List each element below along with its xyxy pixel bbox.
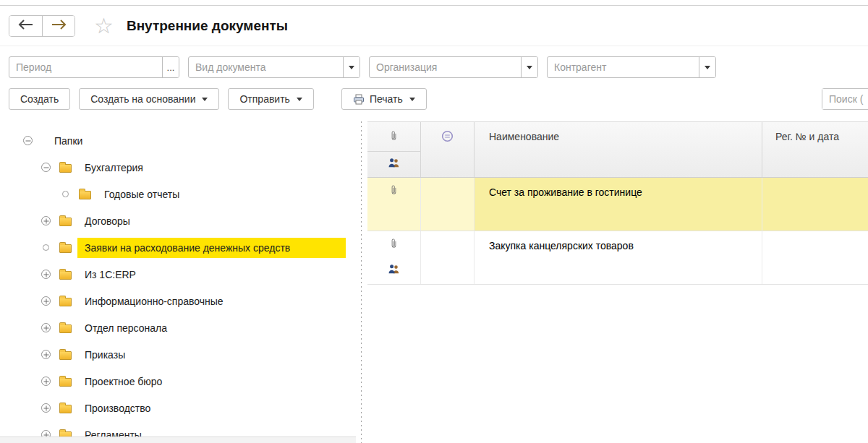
tree-item-label: Бухгалтерия [77, 158, 346, 178]
send-button[interactable]: Отправить [228, 88, 313, 110]
print-label: Печать [370, 93, 403, 105]
chevron-down-icon [349, 66, 354, 69]
folder-icon [79, 191, 91, 199]
create-based-on-button[interactable]: Создать на основании [79, 88, 219, 110]
tree-expander-icon[interactable] [41, 216, 51, 225]
chevron-down-icon [297, 98, 302, 101]
search-input[interactable] [822, 89, 868, 109]
tree-horizontal-scrollbar[interactable] [0, 436, 356, 443]
period-browse-button[interactable]: ... [162, 57, 179, 77]
folder-icon [59, 351, 72, 360]
tree-expander-icon[interactable] [41, 296, 51, 306]
row-name-cell: Счет за проживание в гостинице [475, 178, 762, 231]
tree-item-folder[interactable]: Производство [0, 395, 356, 421]
create-based-on-label: Создать на основании [90, 93, 195, 105]
row-state-cell [421, 231, 475, 284]
tree-item-folder[interactable]: Приказы [0, 341, 356, 368]
folder-icon [59, 378, 72, 387]
column-header-attachment[interactable] [367, 122, 420, 152]
folder-icon [59, 405, 72, 413]
document-type-filter [188, 56, 360, 78]
documents-table: Наименование Рег. № и дата [367, 121, 868, 443]
row-reg-cell [762, 178, 868, 231]
forward-arrow-icon [51, 20, 67, 32]
print-button[interactable]: Печать [341, 88, 427, 110]
tree-item-label: Годовые отчеты [97, 184, 346, 205]
command-toolbar: Создать Создать на основании Отправить П… [9, 88, 868, 110]
internal-documents-window: ☆ Внутренние документы ... Создать Созда… [0, 0, 868, 443]
printer-icon [353, 94, 365, 105]
column-header-responsible[interactable] [367, 152, 420, 177]
tree-item-folder[interactable]: Годовые отчеты [0, 181, 356, 207]
counterparty-dropdown-button[interactable] [699, 57, 715, 77]
organization-filter [369, 56, 538, 78]
tree-item-folder[interactable]: Из 1С:ERP [0, 261, 356, 288]
folder-icon [59, 164, 72, 173]
tree-expander-icon[interactable] [41, 163, 51, 172]
tree-item-label: Из 1С:ERP [77, 264, 346, 285]
panel-splitter[interactable] [356, 121, 367, 443]
tree-expander-icon[interactable] [41, 377, 51, 386]
column-header-name[interactable]: Наименование [475, 122, 762, 177]
tree-item-folder[interactable]: Договоры [0, 207, 356, 234]
column-header-flags [367, 122, 421, 177]
tree-expander-icon[interactable] [41, 323, 51, 332]
column-header-reg-label: Рег. № и дата [775, 131, 839, 142]
period-input[interactable] [9, 57, 162, 77]
people-icon [388, 264, 400, 278]
column-header-name-label: Наименование [489, 131, 559, 142]
table-row[interactable]: Закупка канцелярских товаров [367, 231, 868, 285]
tree-root-folders[interactable]: Папки [0, 127, 356, 154]
tree-item-label: Папки [47, 131, 346, 151]
create-button[interactable]: Создать [9, 88, 70, 110]
table-row[interactable]: Счет за проживание в гостинице [367, 178, 868, 231]
back-button[interactable] [9, 16, 42, 36]
history-nav-group [9, 15, 75, 37]
row-name-cell: Закупка канцелярских товаров [475, 231, 762, 284]
organization-input[interactable] [370, 57, 521, 77]
state-circle-icon [441, 130, 454, 177]
organization-dropdown-button[interactable] [521, 57, 537, 77]
document-name: Счет за проживание в гостинице [489, 186, 642, 198]
row-state-cell [421, 178, 475, 231]
tree-expander-icon[interactable] [61, 189, 70, 199]
folder-icon [59, 271, 72, 280]
header-bar: ☆ Внутренние документы [0, 6, 868, 46]
folder-icon [59, 324, 72, 333]
document-type-input[interactable] [189, 57, 343, 77]
column-header-state[interactable] [421, 122, 475, 177]
paperclip-icon [389, 237, 399, 252]
counterparty-filter [547, 56, 716, 78]
counterparty-input[interactable] [548, 57, 699, 77]
tree-item-folder-selected[interactable]: Заявки на расходование денежных средств [0, 234, 356, 261]
document-type-dropdown-button[interactable] [343, 57, 359, 77]
document-name: Закупка канцелярских товаров [489, 240, 634, 251]
chevron-down-icon [202, 98, 208, 101]
back-arrow-icon [18, 20, 34, 32]
tree-expander-icon[interactable] [41, 270, 51, 279]
favorites-star-icon[interactable]: ☆ [94, 15, 114, 37]
tree-expander-icon[interactable] [23, 136, 33, 145]
tree-item-label: Проектное бюро [77, 371, 346, 392]
tree-item-folder[interactable]: Бухгалтерия [0, 154, 356, 181]
main-area: Папки Бухгалтерия Годовые отчеты Договор… [0, 121, 868, 443]
tree-expander-icon[interactable] [41, 350, 51, 359]
folders-tree-panel: Папки Бухгалтерия Годовые отчеты Договор… [0, 121, 356, 443]
row-flags-cell [367, 178, 421, 231]
tree-expander-icon[interactable] [41, 403, 51, 413]
tree-item-label: Приказы [77, 345, 346, 365]
tree-item-folder[interactable]: Проектное бюро [0, 368, 356, 395]
tree-item-folder[interactable]: Отдел персонала [0, 314, 356, 341]
tree-expander-icon[interactable] [41, 243, 51, 252]
forward-button[interactable] [42, 16, 75, 36]
tree-item-label: Производство [77, 398, 346, 418]
folder-icon [59, 218, 72, 226]
row-flags-cell [367, 231, 421, 284]
folder-icon [59, 244, 72, 253]
tree-item-label: Заявки на расходование денежных средств [77, 238, 346, 258]
tree-item-folder[interactable]: Информационно-справочные [0, 288, 356, 314]
column-header-reg[interactable]: Рег. № и дата [762, 122, 868, 177]
people-icon [388, 158, 400, 171]
row-reg-cell [762, 231, 868, 284]
chevron-down-icon [705, 66, 710, 69]
